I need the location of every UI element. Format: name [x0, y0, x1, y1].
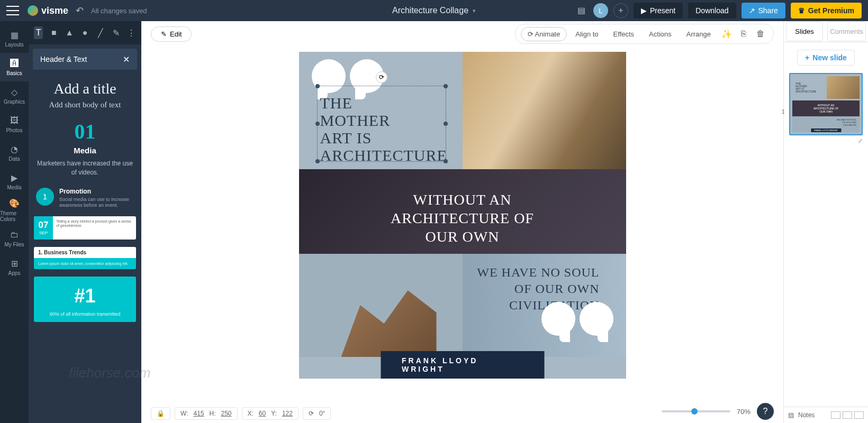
circle-tool[interactable]: ● [80, 26, 89, 39]
slide-cell-2[interactable] [463, 52, 626, 169]
rotation-group[interactable]: ⟳ 0° [303, 407, 331, 420]
template-hash-card[interactable]: #1 90% of all information transmitted [34, 277, 136, 322]
help-button[interactable]: ? [757, 403, 774, 420]
slide-thumbnail[interactable]: THEMOTHERART ISARCHITECTURE WITHOUT ANAR… [789, 73, 863, 135]
height-value[interactable]: 250 [221, 410, 231, 417]
quote-open-icon [312, 59, 346, 93]
quote-close-icon [580, 302, 613, 336]
close-icon[interactable]: ✕ [123, 54, 130, 65]
lock-group[interactable]: 🔒 [151, 407, 170, 420]
topbar-right: ▤ L + ▶ Present Download ↗ Share ♛ Get P… [577, 3, 862, 19]
photos-icon: 🖼 [9, 115, 20, 126]
chat-icon[interactable]: ▤ [577, 5, 588, 16]
actions-button[interactable]: Actions [643, 27, 678, 41]
text-tool[interactable]: T [34, 26, 43, 39]
slide-cell-1[interactable]: THE MOTHER ART IS ARCHITECTURE ⟳ [299, 52, 463, 169]
draw-tool[interactable]: ✎ [111, 26, 120, 39]
slide-text-1[interactable]: THE MOTHER ART IS ARCHITECTURE [320, 94, 447, 164]
position-group: X:60 Y:122 [242, 407, 299, 420]
notes-icon[interactable]: ▤ [788, 411, 794, 419]
nav-media[interactable]: ▶Media [0, 167, 29, 196]
view-list-icon[interactable] [843, 411, 852, 419]
more-tool[interactable]: ⋮ [127, 26, 136, 39]
view-grid-icon[interactable] [831, 411, 840, 419]
zoom-slider[interactable] [662, 410, 730, 412]
arrange-button[interactable]: Arrange [680, 27, 717, 41]
premium-button[interactable]: ♛ Get Premium [791, 3, 862, 19]
topbar: visme ↶ All changes saved Architecture C… [0, 0, 868, 21]
building-shape [341, 283, 437, 357]
resize-handle[interactable] [444, 84, 448, 88]
template-trend-card[interactable]: 1. Business Trends Lorem ipsum dolor sit… [34, 247, 136, 269]
panel-body: Add a title Add short body of text 01 Me… [29, 70, 141, 423]
author-bar[interactable]: FRANK LLOYD WRIGHT [381, 351, 544, 379]
trash-icon[interactable]: 🗑 [753, 26, 768, 41]
copy-icon[interactable]: ⎘ [736, 26, 751, 41]
edit-button[interactable]: ✎ Edit [151, 26, 192, 42]
template-date-card[interactable]: 07SEP Telling a story behind a product g… [34, 216, 136, 240]
thumbnails: 1 THEMOTHERART ISARCHITECTURE WITHOUT AN… [784, 73, 868, 144]
canvas-wrap[interactable]: THE MOTHER ART IS ARCHITECTURE ⟳ WITHOUT… [141, 47, 783, 423]
notes-label[interactable]: Notes [798, 411, 815, 419]
slide[interactable]: THE MOTHER ART IS ARCHITECTURE ⟳ WITHOUT… [299, 52, 626, 379]
template-title[interactable]: Add a title [34, 80, 136, 97]
slide-cell-4[interactable]: WE HAVE NO SOUL OF OUR OWN CIVILIZATION [299, 254, 626, 357]
template-promotion[interactable]: 1 Promotion Social media can use to incr… [34, 186, 136, 216]
canvas-toolbar: ✎ Edit ⟳ Animate Align to Effects Action… [141, 21, 783, 47]
magic-icon[interactable]: ✨ [719, 26, 734, 41]
layouts-icon: ▦ [9, 30, 20, 40]
nav-theme-colors[interactable]: 🎨Theme Colors [0, 196, 29, 224]
animate-button[interactable]: ⟳ Animate [521, 27, 567, 41]
quote-close-icon [541, 302, 575, 336]
effects-button[interactable]: Effects [607, 27, 641, 41]
nav-basics[interactable]: 🅰Basics [0, 53, 29, 81]
slide-text-3[interactable]: WE HAVE NO SOUL OF OUR OWN CIVILIZATION [477, 264, 599, 314]
nav-my-files[interactable]: 🗀My Files [0, 224, 29, 253]
panel-title: Header & Text [40, 55, 87, 63]
status-bar: 🔒 W:415 H:250 X:60 Y:122 ⟳ 0° [151, 407, 331, 420]
nav-graphics[interactable]: ◇Graphics [0, 81, 29, 110]
apps-icon: ⊞ [9, 258, 20, 269]
y-value[interactable]: 122 [282, 410, 293, 417]
slide-text-2[interactable]: WITHOUT AN ARCHITECTURE OF OUR OWN [299, 190, 626, 246]
new-slide-button[interactable]: + New slide [797, 50, 855, 66]
right-tabs: Slides Comments [784, 21, 868, 42]
project-title[interactable]: Architecture Collage▾ [392, 6, 476, 15]
menu-icon[interactable] [6, 6, 19, 15]
files-icon: 🗀 [9, 229, 20, 240]
resize-handle[interactable] [315, 159, 320, 163]
promo-title: Promotion [59, 188, 134, 195]
nav-data[interactable]: ◔Data [0, 139, 29, 167]
tab-slides[interactable]: Slides [786, 22, 823, 41]
promo-text: Social media can use to increase awarene… [59, 197, 134, 209]
quote-open-icon [350, 59, 384, 93]
add-user-button[interactable]: + [613, 3, 628, 18]
template-number[interactable]: 01 [34, 119, 136, 144]
template-subtitle[interactable]: Add short body of text [34, 100, 136, 109]
nav-photos[interactable]: 🖼Photos [0, 110, 29, 139]
resize-handle[interactable] [315, 122, 320, 126]
nav-layouts[interactable]: ▦Layouts [0, 24, 29, 53]
square-tool[interactable]: ■ [49, 26, 58, 39]
share-button[interactable]: ↗ Share [742, 3, 785, 19]
view-single-icon[interactable] [854, 411, 864, 419]
present-button[interactable]: ▶ Present [634, 3, 683, 19]
triangle-tool[interactable]: ▲ [65, 26, 74, 39]
line-tool[interactable]: ╱ [96, 26, 105, 39]
slide-cell-3[interactable]: WITHOUT AN ARCHITECTURE OF OUR OWN [299, 169, 626, 254]
undo-icon[interactable]: ↶ [76, 5, 84, 16]
view-icons [831, 411, 864, 419]
x-value[interactable]: 60 [259, 410, 266, 417]
expand-icon[interactable]: ⤢ [789, 137, 863, 144]
template-media-label: Media [34, 146, 136, 155]
palette-icon: 🎨 [9, 198, 20, 209]
download-button[interactable]: Download [688, 3, 736, 19]
logo[interactable]: visme [28, 5, 68, 16]
logo-icon [28, 5, 38, 16]
avatar[interactable]: L [593, 3, 608, 18]
align-button[interactable]: Align to [569, 27, 604, 41]
notes-bar: ▤ Notes [784, 407, 868, 423]
tab-comments[interactable]: Comments [827, 22, 866, 41]
nav-apps[interactable]: ⊞Apps [0, 253, 29, 281]
width-value[interactable]: 415 [193, 410, 204, 417]
